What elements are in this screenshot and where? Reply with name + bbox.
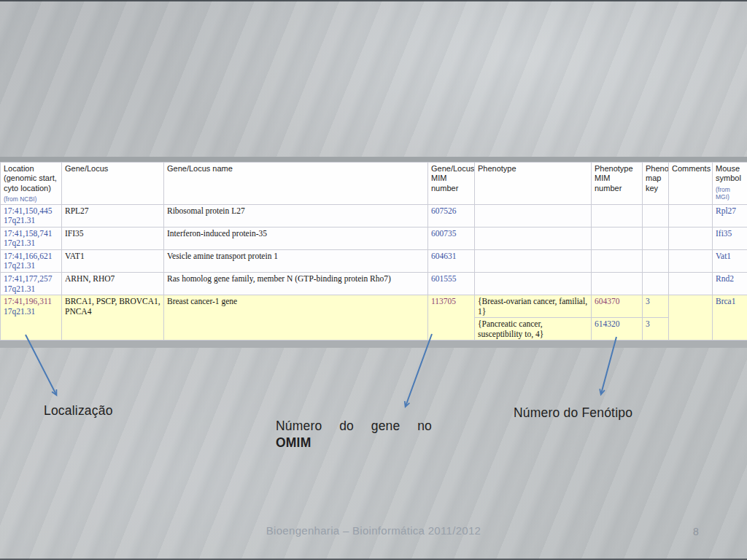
pheno-map-key-value: 3 (646, 297, 650, 306)
pheno-map-key-cell (643, 272, 669, 295)
location-callout-label: Localização (44, 403, 113, 419)
phenotype-mim-link: 604370 (595, 297, 620, 306)
omim-table-screenshot: Location (genomic start, cyto location) … (0, 157, 747, 348)
mouse-source-note: (from MGI) (716, 186, 744, 201)
mouse-symbol-cell: Vat1 (713, 249, 747, 272)
presentation-slide: Location (genomic start, cyto location) … (0, 0, 747, 560)
table-row-brca1: 17:41,196,311 17q21.31 BRCA1, PSCP, BROV… (1, 295, 747, 318)
phenotype-cell (475, 204, 592, 227)
comments-cell (669, 204, 713, 227)
pheno-map-key-cell: 3 (643, 318, 669, 341)
column-header-gene-locus-name: Gene/Locus name (164, 163, 428, 205)
table-row: 17:41,177,257 17q21.31 ARHN, RHO7 Ras ho… (1, 272, 747, 295)
gene-locus-cell: VAT1 (62, 249, 164, 272)
column-header-location-label: Location (genomic start, cyto location) (4, 164, 57, 192)
genomic-start-link: 17:41,177,257 (4, 274, 58, 284)
footer-course-title: Bioengenharia – Bioinformática 2011/2012 (0, 524, 747, 537)
cyto-location-link: 17q21.31 (4, 307, 58, 317)
column-header-gene-locus: Gene/Locus (62, 163, 164, 205)
phenotype-cell (475, 249, 592, 272)
mouse-symbol-link: Rnd2 (716, 274, 734, 283)
cyto-location-link: 17q21.31 (4, 261, 58, 271)
screenshot-top-band (0, 157, 747, 162)
gene-locus-name-cell: Vesicle amine transport protein 1 (164, 249, 428, 272)
gene-locus-cell: ARHN, RHO7 (62, 272, 164, 295)
gene-locus-name-cell: Breast cancer-1 gene (164, 295, 428, 341)
phenotype-mim-cell (592, 249, 643, 272)
comments-cell (669, 295, 713, 341)
column-header-phenotype: Phenotype (475, 163, 592, 205)
pheno-map-key-cell (643, 227, 669, 249)
cyto-location-link: 17q21.31 (4, 284, 58, 295)
phenotype-mim-cell: 604370 (592, 295, 643, 318)
gene-locus-name-cell: Interferon-induced protein-35 (164, 227, 428, 249)
gene-mim-link: 600735 (431, 229, 457, 238)
phenotype-mim-link: 614320 (595, 319, 620, 328)
table-row: 17:41,150,445 17q21.31 RPL27 Ribosomal p… (1, 204, 747, 227)
genomic-start-link: 17:41,166,621 (4, 252, 58, 262)
phenotype-mim-cell (592, 204, 643, 227)
omim-gene-table: Location (genomic start, cyto location) … (0, 162, 747, 341)
genomic-start-link: 17:41,150,445 (4, 206, 58, 217)
location-cell: 17:41,196,311 17q21.31 (1, 295, 62, 341)
gene-locus-name-cell: Ribosomal protein L27 (164, 204, 428, 227)
phenotype-mim-cell (592, 272, 643, 295)
column-header-phenotype-mim: Phenotype MIM number (592, 163, 643, 205)
phenotype-cell: {Breast-ovarian cancer, familial, 1} (475, 295, 592, 318)
cyto-location-link: 17q21.31 (4, 238, 58, 249)
pheno-map-key-value: 3 (646, 319, 650, 328)
phenotype-number-callout-label: Número do Fenótipo (514, 405, 632, 421)
omim-callout-line1: Número do gene no (276, 418, 432, 435)
location-cell: 17:41,158,741 17q21.31 (1, 227, 62, 249)
slide-page-number: 8 (693, 526, 699, 537)
pheno-map-key-cell (643, 249, 669, 272)
location-cell: 17:41,150,445 17q21.31 (1, 204, 62, 227)
comments-cell (669, 227, 713, 249)
mouse-symbol-link: Vat1 (716, 252, 731, 260)
column-header-gene-mim: Gene/Locus MIM number (428, 163, 475, 205)
location-cell: 17:41,166,621 17q21.31 (1, 249, 62, 272)
gene-mim-cell: 113705 (428, 295, 475, 341)
mouse-symbol-link: Ifi35 (716, 229, 732, 238)
gene-locus-cell: BRCA1, PSCP, BROVCA1, PNCA4 (62, 295, 164, 341)
gene-mim-link: 113705 (431, 297, 456, 306)
gene-mim-cell: 600735 (428, 227, 475, 249)
cyto-location-link: 17q21.31 (4, 216, 58, 226)
column-header-comments: Comments (669, 163, 713, 205)
mouse-symbol-cell: Ifi35 (713, 227, 747, 249)
gene-mim-link: 601555 (431, 274, 457, 283)
omim-callout-line2: OMIM (276, 435, 432, 451)
phenotype-cell (475, 227, 592, 249)
table-header-row: Location (genomic start, cyto location) … (1, 163, 747, 205)
pheno-map-key-cell: 3 (643, 295, 669, 318)
table-row: 17:41,158,741 17q21.31 IFI35 Interferon-… (1, 227, 747, 249)
gene-locus-cell: IFI35 (62, 227, 164, 249)
phenotype-cell (475, 272, 592, 295)
comments-cell (669, 249, 713, 272)
mouse-symbol-cell: Rnd2 (713, 272, 747, 295)
genomic-start-link: 17:41,158,741 (4, 229, 58, 239)
gene-mim-cell: 601555 (428, 272, 475, 295)
phenotype-cell: {Pancreatic cancer, susceptibility to, 4… (475, 318, 592, 341)
genomic-start-link: 17:41,196,311 (4, 297, 58, 307)
comments-cell (669, 272, 713, 295)
phenotype-mim-cell: 614320 (592, 318, 643, 341)
gene-locus-name-cell: Ras homolog gene family, member N (GTP-b… (164, 272, 428, 295)
column-header-pheno-map-key: Pheno map key (643, 163, 669, 205)
phenotype-mim-cell (592, 227, 643, 249)
mouse-symbol-link: Rpl27 (716, 206, 736, 215)
mouse-symbol-link: Brca1 (716, 297, 735, 306)
gene-locus-cell: RPL27 (62, 204, 164, 227)
table-row: 17:41,166,621 17q21.31 VAT1 Vesicle amin… (1, 249, 747, 272)
gene-mim-link: 607526 (431, 206, 457, 215)
pheno-map-key-cell (643, 204, 669, 227)
column-header-mouse-symbol-label: Mouse symbol (716, 164, 741, 182)
location-cell: 17:41,177,257 17q21.31 (1, 272, 62, 295)
gene-mim-link: 604631 (431, 252, 457, 260)
column-header-location: Location (genomic start, cyto location) … (1, 163, 62, 205)
location-source-note: (from NCBI) (4, 195, 58, 203)
gene-mim-cell: 607526 (428, 204, 475, 227)
gene-mim-cell: 604631 (428, 249, 475, 272)
omim-gene-number-callout-label: Número do gene no OMIM (276, 418, 432, 451)
slide-top-border (0, 0, 747, 1)
